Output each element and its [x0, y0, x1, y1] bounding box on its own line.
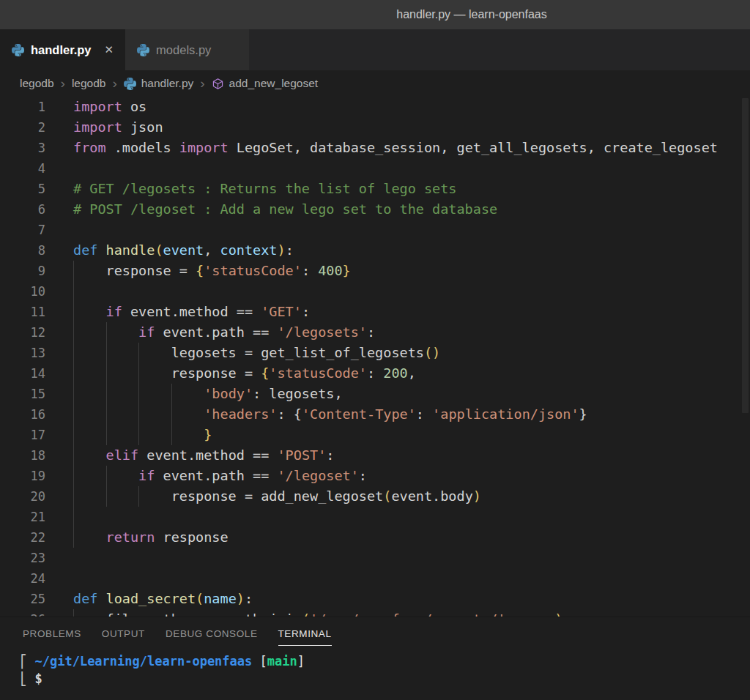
line-number: 16: [0, 404, 45, 425]
code-line: 15 'body': legosets,: [0, 384, 750, 404]
code-line: 8def handle(event, context):: [0, 240, 750, 261]
terminal-line: ⎡ ~/git/Learning/learn-openfaas [main]: [20, 652, 750, 670]
code-text: elif event.method == 'POST':: [73, 445, 334, 466]
line-number: 17: [0, 425, 45, 445]
python-icon: [137, 44, 149, 56]
tab-models.py[interactable]: models.py: [125, 29, 249, 70]
panel-tab-debug-console[interactable]: DEBUG CONSOLE: [166, 628, 258, 646]
code-line: 10: [0, 281, 750, 302]
breadcrumb-label: legodb: [72, 77, 106, 90]
line-number: 18: [0, 445, 45, 466]
code-text: 'headers': {'Content-Type': 'application…: [73, 404, 587, 425]
code-line: 24: [0, 568, 750, 589]
code-text: import json: [73, 117, 163, 138]
code-text: if event.method == 'GET':: [73, 302, 310, 322]
symbol-method-icon: [212, 78, 224, 90]
code-line: 16 'headers': {'Content-Type': 'applicat…: [0, 404, 750, 425]
titlebar[interactable]: handler.py — learn-openfaas: [0, 0, 750, 29]
code-line: 2import json: [0, 117, 750, 138]
code-text: def load_secret(name):: [73, 589, 253, 609]
python-icon: [12, 44, 24, 56]
line-number: 4: [0, 158, 45, 179]
panel-tab-bar: PROBLEMSOUTPUTDEBUG CONSOLETERMINAL: [0, 617, 750, 646]
code-line: 12 if event.path == '/legosets':: [0, 322, 750, 343]
chevron-right-icon: ›: [61, 76, 65, 90]
bottom-panel: PROBLEMSOUTPUTDEBUG CONSOLETERMINAL ⎡ ~/…: [0, 617, 750, 700]
code-line: 19 if event.path == '/legoset':: [0, 466, 750, 486]
line-number: 25: [0, 589, 45, 609]
code-line: 20 response = add_new_legoset(event.body…: [0, 486, 750, 507]
code-line: 14 response = {'statusCode': 200,: [0, 363, 750, 384]
code-line: 5# GET /legosets : Returns the list of l…: [0, 179, 750, 199]
line-number: 24: [0, 568, 45, 589]
line-number: 6: [0, 199, 45, 220]
code-text: def handle(event, context):: [73, 240, 294, 261]
tab-handler.py[interactable]: handler.py✕: [0, 29, 125, 70]
code-text: # GET /legosets : Returns the list of le…: [73, 179, 456, 199]
code-text: return response: [73, 527, 229, 548]
line-number: 7: [0, 220, 45, 240]
breadcrumb: legodb›legodb›handler.py›add_new_legoset: [0, 70, 750, 97]
code-line: 17 }: [0, 425, 750, 445]
vscode-window: handler.py — learn-openfaas handler.py✕m…: [0, 0, 750, 700]
prompt-corner-glyph: ⎡: [20, 654, 34, 669]
code-line: 23: [0, 548, 750, 568]
line-number: 13: [0, 343, 45, 363]
breadcrumb-item[interactable]: legodb: [20, 77, 54, 90]
code-line: 11 if event.method == 'GET':: [0, 302, 750, 322]
breadcrumb-item[interactable]: add_new_legoset: [212, 77, 319, 90]
terminal[interactable]: ⎡ ~/git/Learning/learn-openfaas [main]⎣ …: [0, 646, 750, 688]
line-number: 15: [0, 384, 45, 404]
code-line: 25def load_secret(name):: [0, 589, 750, 609]
panel-tab-terminal[interactable]: TERMINAL: [278, 628, 332, 646]
line-number: 14: [0, 363, 45, 384]
python-icon: [124, 78, 136, 90]
line-number: 2: [0, 117, 45, 138]
breadcrumb-label: add_new_legoset: [229, 77, 319, 90]
code-text: if event.path == '/legoset':: [73, 466, 367, 486]
code-line: 4: [0, 158, 750, 179]
code-line: 26 file_path = os.path.join('/var/openfa…: [0, 609, 750, 617]
line-number: 21: [0, 507, 45, 527]
code-text: }: [73, 425, 212, 445]
code-text: # POST /legoset : Add a new lego set to …: [73, 199, 497, 220]
line-number: 11: [0, 302, 45, 322]
line-number: 26: [0, 609, 45, 617]
close-icon[interactable]: ✕: [105, 43, 114, 56]
line-number: 20: [0, 486, 45, 507]
line-number: 8: [0, 240, 45, 261]
breadcrumb-item[interactable]: legodb: [72, 77, 106, 90]
panel-tab-problems[interactable]: PROBLEMS: [23, 628, 81, 646]
tab-label: models.py: [156, 43, 211, 57]
line-number: 19: [0, 466, 45, 486]
code-text: import os: [73, 97, 146, 117]
code-text: response = add_new_legoset(event.body): [73, 486, 481, 507]
code-line: 22 return response: [0, 527, 750, 548]
code-line: 6# POST /legoset : Add a new lego set to…: [0, 199, 750, 220]
code-line: 21: [0, 507, 750, 527]
code-text: legosets = get_list_of_legosets(): [73, 343, 440, 363]
code-line: 3from .models import LegoSet, database_s…: [0, 138, 750, 158]
panel-tab-output[interactable]: OUTPUT: [102, 628, 145, 646]
code-line: 7: [0, 220, 750, 240]
code-line: 18 elif event.method == 'POST':: [0, 445, 750, 466]
line-number: 1: [0, 97, 45, 117]
terminal-line: ⎣ $: [20, 670, 750, 688]
code-line: 9 response = {'statusCode': 400}: [0, 261, 750, 281]
code-text: if event.path == '/legosets':: [73, 322, 375, 343]
breadcrumb-item[interactable]: handler.py: [124, 77, 194, 90]
line-number: 22: [0, 527, 45, 548]
code-editor[interactable]: 1import os2import json3from .models impo…: [0, 97, 750, 617]
line-number: 23: [0, 548, 45, 568]
editor-scrollbar[interactable]: [742, 98, 749, 413]
code-text: file_path = os.path.join('/var/openfaas/…: [73, 609, 562, 617]
line-number: 10: [0, 281, 45, 302]
chevron-right-icon: ›: [112, 76, 116, 90]
code-text: 'body': legosets,: [73, 384, 343, 404]
editor-tab-bar: handler.py✕models.py: [0, 29, 750, 70]
code-text: response = {'statusCode': 200,: [73, 363, 416, 384]
line-number: 3: [0, 138, 45, 158]
code-text: response = {'statusCode': 400}: [73, 261, 351, 281]
code-text: from .models import LegoSet, database_se…: [73, 138, 718, 158]
breadcrumb-label: handler.py: [141, 77, 194, 90]
